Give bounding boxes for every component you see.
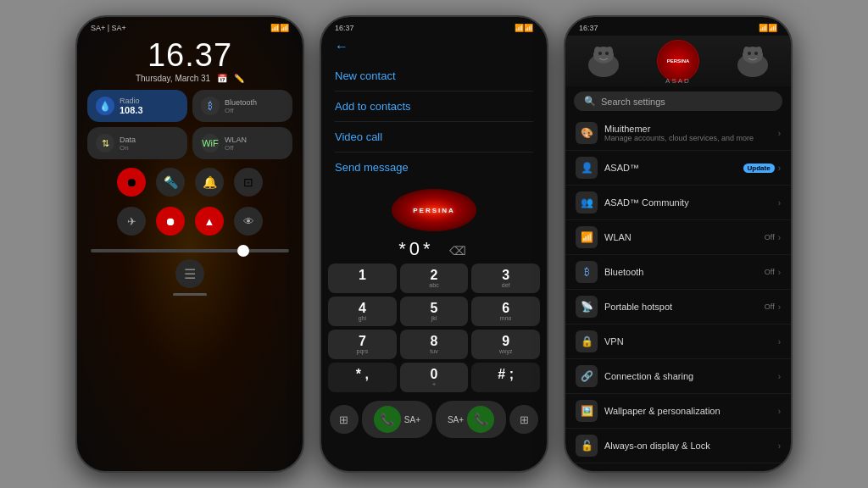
- connection-icon: 🔗: [576, 365, 598, 387]
- key-2[interactable]: 2abc: [400, 263, 469, 293]
- brightness-slider-row: [77, 246, 303, 256]
- phone3-status-bar: 16:37 📶📶: [565, 17, 791, 36]
- settings-list: 🎨 Miuithemer Manage accounts, cloud serv…: [565, 116, 791, 463]
- dialpad-toggle[interactable]: ⊞: [330, 405, 359, 434]
- key-5[interactable]: 5jkl: [400, 297, 469, 326]
- phone2-bg: 16:37 📶📶 ← New contact Add to contacts V…: [321, 17, 547, 471]
- key-0[interactable]: 0+: [400, 363, 469, 392]
- dialpad-row3: 7pqrs 8tuv 9wxyz: [328, 330, 540, 359]
- flashlight-btn[interactable]: 🔦: [156, 168, 185, 197]
- miuithemer-title: Miuithemer: [604, 124, 771, 134]
- wallpaper-icon: 🖼️: [576, 400, 598, 422]
- settings-item-asad[interactable]: 👤 ASAD™ Update ›: [565, 151, 791, 186]
- phone3-header: PERSINA: [565, 36, 791, 86]
- key-3[interactable]: 3def: [471, 263, 540, 293]
- key-1[interactable]: 1: [328, 263, 397, 293]
- dialpad-row4: * , 0+ # ;: [328, 363, 540, 392]
- back-button[interactable]: ←: [321, 36, 547, 58]
- wlan-status-label: Off: [765, 233, 775, 241]
- key-9[interactable]: 9wxyz: [471, 330, 540, 359]
- logo-text: PERSINA: [413, 207, 455, 214]
- sa-plus-call-btn2[interactable]: SA+ 📞: [436, 401, 506, 438]
- dialpad-row2: 4ghi 5jkl 6mno: [328, 297, 540, 326]
- brightness-track[interactable]: [91, 249, 289, 252]
- tiger-left-icon: [582, 40, 625, 82]
- phone1-carrier: SA+ | SA+: [91, 24, 126, 32]
- record-btn[interactable]: ⏺: [117, 168, 146, 197]
- phone2-signal: 📶📶: [515, 24, 533, 32]
- phone1-bottom-icon: ☰: [77, 259, 303, 288]
- bluetooth-settings-title: Bluetooth: [604, 267, 758, 277]
- bell-btn[interactable]: 🔔: [195, 168, 224, 197]
- key-7[interactable]: 7pqrs: [328, 330, 397, 359]
- center-logo: PERSINA: [657, 40, 699, 82]
- eye-btn[interactable]: 👁: [234, 207, 263, 236]
- wlan-label: WLAN: [225, 136, 284, 144]
- quick-tiles: 💧 Radio 108.3 ₿ Bluetooth Off: [77, 90, 303, 159]
- bluetooth-tile[interactable]: ₿ Bluetooth Off: [192, 90, 292, 122]
- settings-item-bluetooth[interactable]: ₿ Bluetooth Off ›: [565, 255, 791, 290]
- video-call-btn[interactable]: Video call: [335, 122, 533, 152]
- radio-label: Radio: [120, 97, 179, 105]
- bluetooth-label: Bluetooth: [225, 98, 284, 107]
- backspace-icon[interactable]: ⌫: [449, 244, 470, 258]
- hotspot-title: Portable hotspot: [604, 302, 758, 312]
- connection-title: Connection & sharing: [604, 371, 771, 381]
- settings-item-wallpaper[interactable]: 🖼️ Wallpaper & personalization ›: [565, 394, 791, 429]
- phone3-signal: 📶📶: [759, 24, 777, 32]
- settings-item-wlan[interactable]: 📶 WLAN Off ›: [565, 220, 791, 255]
- dialpad: 1 2abc 3def 4ghi 5jkl 6mno 7pqrs 8tuv 9w…: [321, 263, 547, 392]
- phone-btn[interactable]: ⏺: [156, 207, 185, 236]
- asad-title: ASAD™: [604, 163, 737, 173]
- sa-plus-call-btn1[interactable]: 📞 SA+: [362, 401, 432, 438]
- screen-record-btn[interactable]: ⊡: [234, 168, 263, 197]
- wlan-settings-icon: 📶: [576, 226, 598, 248]
- svg-point-4: [598, 52, 602, 55]
- edit-icon: ✏️: [234, 74, 244, 83]
- svg-point-5: [605, 52, 609, 55]
- new-contact-btn[interactable]: New contact: [335, 61, 533, 92]
- radio-tile[interactable]: 💧 Radio 108.3: [87, 90, 187, 122]
- settings-item-asad-community[interactable]: 👥 ASAD™ Community ›: [565, 186, 791, 220]
- key-hash[interactable]: # ;: [471, 363, 540, 392]
- calendar-icon: 📅: [217, 74, 227, 83]
- dialpad-icon[interactable]: ⊞: [509, 405, 538, 434]
- settings-item-connection[interactable]: 🔗 Connection & sharing ›: [565, 359, 791, 394]
- wlan-icon: WiF: [201, 134, 220, 152]
- aod-icon: 🔓: [576, 435, 598, 457]
- key-8[interactable]: 8tuv: [400, 330, 469, 359]
- brightness-thumb[interactable]: [237, 245, 249, 257]
- phone2: 16:37 📶📶 ← New contact Add to contacts V…: [320, 15, 548, 473]
- miuithemer-icon: 🎨: [576, 122, 598, 144]
- fingerprint-btn[interactable]: ☰: [175, 259, 204, 288]
- home-indicator[interactable]: [173, 293, 207, 296]
- key-4[interactable]: 4ghi: [328, 297, 397, 326]
- wallpaper-title: Wallpaper & personalization: [604, 406, 771, 416]
- send-message-btn[interactable]: Send message: [335, 152, 533, 182]
- phone2-time: 16:37: [335, 24, 354, 32]
- location-btn[interactable]: ▲: [195, 207, 224, 236]
- miuithemer-subtitle: Manage accounts, cloud services, and mor…: [604, 134, 771, 142]
- settings-item-aod[interactable]: 🔓 Always-on display & Lock ›: [565, 429, 791, 463]
- key-star[interactable]: * ,: [328, 363, 397, 392]
- phone1-status-bar: SA+ | SA+ 📶📶: [77, 17, 303, 36]
- phone3-screen: 16:37 📶📶: [565, 17, 791, 471]
- phone2-status-bar: 16:37 📶📶: [321, 17, 547, 36]
- hotspot-icon: 📡: [576, 296, 598, 318]
- search-bar[interactable]: 🔍 Search settings: [574, 92, 782, 111]
- phone1-time: 16.37: [77, 37, 303, 74]
- dial-display: *0* ⌫: [321, 235, 547, 263]
- aod-title: Always-on display & Lock: [604, 441, 771, 451]
- airplane-btn[interactable]: ✈: [117, 207, 146, 236]
- settings-item-vpn[interactable]: 🔒 VPN ›: [565, 324, 791, 359]
- tiger-right-icon: [732, 40, 774, 82]
- tigers-banner: PERSINA: [565, 36, 791, 86]
- data-tile[interactable]: ⇅ Data On: [87, 127, 187, 159]
- add-to-contacts-btn[interactable]: Add to contacts: [335, 92, 533, 122]
- phone1-signal: 📶📶: [270, 24, 289, 32]
- wlan-tile[interactable]: WiF WLAN Off: [192, 127, 292, 159]
- key-6[interactable]: 6mno: [471, 297, 540, 326]
- community-title: ASAD™ Community: [604, 197, 771, 208]
- settings-item-miuithemer[interactable]: 🎨 Miuithemer Manage accounts, cloud serv…: [565, 116, 791, 151]
- settings-item-hotspot[interactable]: 📡 Portable hotspot Off ›: [565, 290, 791, 324]
